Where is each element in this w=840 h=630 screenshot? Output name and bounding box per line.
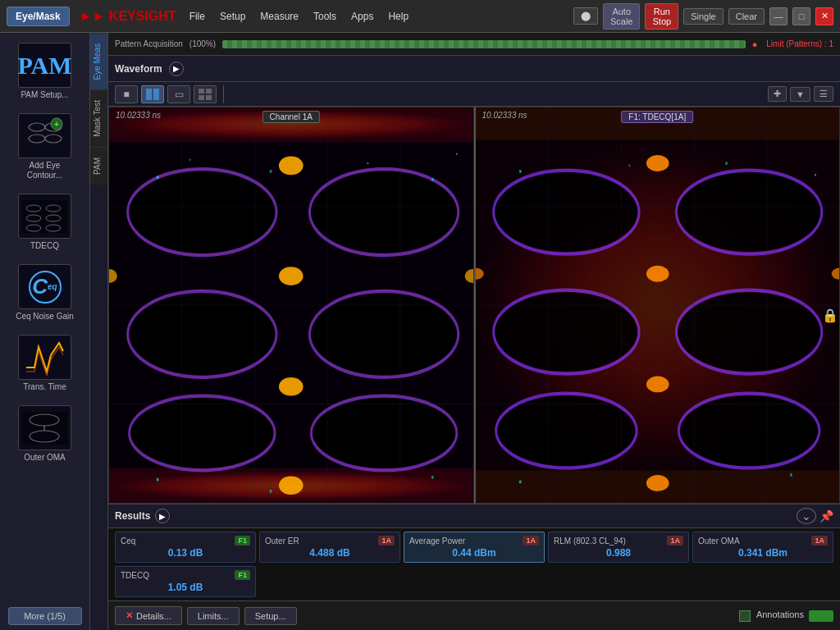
view-grid-btn[interactable]: ■ xyxy=(115,85,138,103)
meas-cell-outer-oma[interactable]: Outer OMA 1A 0.341 dBm xyxy=(692,532,833,563)
svg-point-81 xyxy=(646,475,669,491)
clear-button[interactable]: Clear xyxy=(728,8,765,25)
view-quad-btn[interactable] xyxy=(194,85,217,103)
svg-point-32 xyxy=(130,398,275,468)
left-sidebar: PAM PAM Setup... + xyxy=(0,33,90,630)
sidebar-item-outer-oma[interactable]: Outer OMA xyxy=(6,400,84,468)
meas-cell-empty-1 xyxy=(259,566,400,597)
svg-point-51 xyxy=(456,153,458,155)
svg-point-78 xyxy=(646,266,669,282)
meas-badge-ceq: F1 xyxy=(235,536,250,546)
circle-btn[interactable]: ⬤ xyxy=(573,7,598,25)
ceq-icon-box: Ceq xyxy=(18,264,71,309)
waveform-header: Waveform ▶ xyxy=(108,56,840,82)
meas-cell-tdecq[interactable]: TDECQ F1 1.05 dB xyxy=(115,566,256,597)
annotations-checkbox[interactable] xyxy=(739,610,751,622)
details-label: Details... xyxy=(136,611,171,621)
svg-rect-22 xyxy=(206,95,212,100)
meas-cell-ceq[interactable]: Ceq F1 0.13 dB xyxy=(115,532,256,563)
main-layout: PAM PAM Setup... + xyxy=(0,33,840,630)
meas-cell-outer-er[interactable]: Outer ER 1A 4.488 dB xyxy=(259,532,400,563)
menu-setup[interactable]: Setup xyxy=(220,11,245,22)
svg-point-79 xyxy=(646,376,669,392)
eye-mask-button[interactable]: Eye/Mask xyxy=(7,7,70,26)
svg-point-71 xyxy=(680,396,818,466)
view-controls: ■ ▭ ✚ ▼ ☰ xyxy=(108,82,840,107)
view-menu-button[interactable]: ☰ xyxy=(814,86,833,102)
menu-help[interactable]: Help xyxy=(388,11,409,22)
more-button[interactable]: More (1/5) xyxy=(8,607,82,625)
side-tabs: Eye Meas Mask Test PAM xyxy=(90,33,108,630)
svg-point-38 xyxy=(279,157,304,176)
view-single-btn[interactable]: ▭ xyxy=(167,85,190,103)
side-tab-eye-meas[interactable]: Eye Meas xyxy=(90,33,107,89)
side-tab-mask-test[interactable]: Mask Test xyxy=(90,89,107,147)
view-separator xyxy=(223,85,224,103)
single-button[interactable]: Single xyxy=(683,8,724,25)
svg-point-89 xyxy=(789,473,792,477)
meas-badge-tdecq: F1 xyxy=(235,570,250,580)
results-play-button[interactable]: ▶ xyxy=(155,509,170,523)
limits-button[interactable]: Limits... xyxy=(187,607,240,625)
bottom-actions: ✕ Details... Limits... Setup... Annotati… xyxy=(108,600,840,630)
svg-point-86 xyxy=(725,162,728,165)
pam-icon: PAM xyxy=(17,52,71,80)
menu-file[interactable]: File xyxy=(189,11,205,22)
menu-bar: File Setup Measure Tools Apps Help xyxy=(189,11,409,22)
meas-cell-empty-2 xyxy=(404,566,545,597)
pin-button[interactable]: 📌 xyxy=(819,509,833,523)
menu-measure[interactable]: Measure xyxy=(260,11,299,22)
sidebar-item-add-eye-contour[interactable]: + Add EyeContour... xyxy=(6,108,84,185)
minimize-button[interactable]: — xyxy=(769,7,788,25)
keysight-logo: ►► KEYSIGHT xyxy=(80,9,176,24)
sidebar-item-tdecq[interactable]: TDECQ xyxy=(6,189,84,256)
meas-cell-rlm[interactable]: RLM (802.3 CL_94) 1A 0.988 xyxy=(548,532,689,563)
progress-fill xyxy=(222,40,746,48)
acquisition-percent: (100%) xyxy=(189,39,216,48)
waveform-play-button[interactable]: ▶ xyxy=(169,62,184,76)
lock-icon: 🔒 xyxy=(822,308,838,323)
meas-badge-outer-oma: 1A xyxy=(811,536,828,546)
content-area: Pattern Acquisition (100%) ● Limit (Patt… xyxy=(108,33,840,630)
meas-name-tdecq: TDECQ xyxy=(121,571,149,580)
svg-point-49 xyxy=(367,162,368,165)
sidebar-item-ceq[interactable]: Ceq Ceq Noise Gain xyxy=(6,259,84,326)
svg-point-67 xyxy=(678,172,819,251)
limit-dot: ● xyxy=(752,39,758,49)
details-button[interactable]: ✕ Details... xyxy=(115,606,182,625)
view-expand-button[interactable]: ✚ xyxy=(768,86,787,102)
scope-channel-2: F1: TDECQ[1A] xyxy=(621,111,693,123)
eye-diagram-2 xyxy=(476,107,840,503)
lock-icon-box: 🔒 xyxy=(822,308,838,323)
view-split-btn[interactable] xyxy=(141,85,164,103)
sidebar-item-trans-time[interactable]: Trans. Time xyxy=(6,330,84,397)
pam-setup-label: PAM Setup... xyxy=(21,90,68,100)
svg-point-53 xyxy=(270,490,272,493)
setup-button[interactable]: Setup... xyxy=(244,607,297,625)
trans-time-icon xyxy=(22,339,67,376)
svg-point-69 xyxy=(678,292,819,371)
x-icon: ✕ xyxy=(126,610,133,621)
meas-cell-avg-power[interactable]: Average Power 1A 0.44 dBm xyxy=(404,532,545,563)
view-arrow-button[interactable]: ▼ xyxy=(790,87,810,102)
svg-point-66 xyxy=(495,172,637,251)
menu-apps[interactable]: Apps xyxy=(351,11,373,22)
svg-rect-19 xyxy=(199,89,204,94)
auto-scale-button[interactable]: AutoScale xyxy=(603,3,641,30)
svg-point-48 xyxy=(270,170,272,173)
svg-rect-21 xyxy=(199,95,204,100)
svg-point-84 xyxy=(518,170,521,173)
svg-point-85 xyxy=(628,164,630,167)
maximize-button[interactable]: □ xyxy=(792,7,810,25)
acquisition-label: Pattern Acquisition xyxy=(115,39,183,48)
menu-tools[interactable]: Tools xyxy=(313,11,336,22)
svg-point-52 xyxy=(157,478,159,482)
sidebar-item-pam-setup[interactable]: PAM PAM Setup... xyxy=(6,38,84,105)
meas-value-rlm: 0.988 xyxy=(554,547,683,559)
meas-value-tdecq: 1.05 dB xyxy=(121,582,250,593)
results-expand-button[interactable]: ⌄ xyxy=(797,508,816,524)
close-button[interactable]: ✕ xyxy=(815,7,833,25)
run-stop-button[interactable]: RunStop xyxy=(645,3,678,30)
side-tab-pam[interactable]: PAM xyxy=(90,147,107,185)
svg-rect-20 xyxy=(206,89,212,94)
